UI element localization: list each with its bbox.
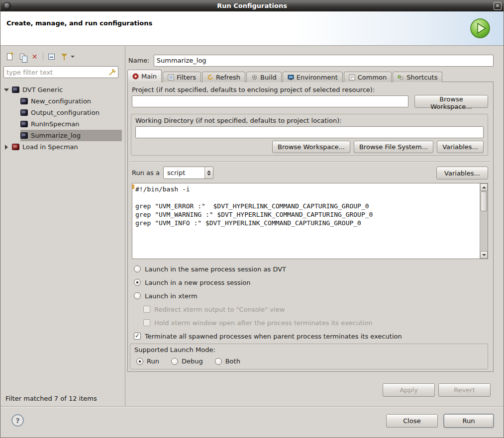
radio-icon[interactable] — [134, 292, 141, 299]
script-variables-button[interactable]: Variables... — [436, 167, 488, 179]
redirect-xterm-output-option: Redirect xterm output to "Console" view — [143, 304, 285, 314]
launch-in-xterm-option[interactable]: Launch in xterm — [134, 291, 198, 301]
run-as-value: script — [164, 169, 204, 176]
checkbox-icon — [143, 319, 150, 326]
shortcuts-tab-icon — [398, 74, 404, 81]
option-label: Debug — [182, 357, 203, 365]
tab-refresh[interactable]: Refresh — [202, 72, 245, 82]
tree-item-summarize-log[interactable]: Summarize_log — [20, 130, 122, 141]
script-scrollbar[interactable] — [480, 183, 488, 259]
run-configurations-dialog: Run Configurations ✕ Create, manage, and… — [0, 0, 504, 438]
duplicate-configuration-button[interactable] — [18, 53, 26, 61]
dialog-footer: ? Close Run — [0, 406, 504, 438]
tab-filters[interactable]: Filters — [163, 72, 201, 82]
help-icon: ? — [15, 417, 19, 425]
filter-menu-chevron-icon[interactable] — [71, 56, 75, 58]
collapse-all-button[interactable] — [47, 53, 56, 61]
main-tab-panel: Project (if not specified, defaults to e… — [127, 82, 494, 372]
tab-bar: Main Filters Refresh Build — [127, 70, 494, 82]
option-label: Launch in the same process session as DV… — [145, 265, 286, 273]
launch-new-session-option[interactable]: Launch in a new process session — [134, 277, 251, 287]
launch-mode-debug-option[interactable]: Debug — [171, 357, 203, 365]
tab-environment[interactable]: Environment — [283, 72, 343, 82]
expander-icon[interactable] — [3, 145, 9, 150]
name-input[interactable] — [154, 55, 494, 67]
combo-spinner[interactable] — [204, 167, 213, 178]
launch-mode-both-option[interactable]: Both — [215, 357, 240, 365]
run-button[interactable]: Run — [444, 414, 494, 428]
terminate-spawned-processes-option[interactable]: ✓ Terminate all spawned processes when p… — [134, 331, 402, 341]
option-label: Launch in xterm — [145, 292, 198, 300]
tree-item-new-configuration[interactable]: New_configuration — [20, 95, 122, 107]
configuration-icon — [20, 132, 28, 139]
wd-browse-workspace-button[interactable]: Browse Workspace... — [272, 141, 350, 153]
radio-icon[interactable] — [134, 265, 141, 272]
tab-build[interactable]: Build — [246, 72, 282, 82]
project-input[interactable] — [132, 95, 408, 107]
tree-item-runinspecman[interactable]: RunInSpecman — [20, 118, 122, 130]
close-icon: ✕ — [496, 3, 500, 8]
sidebar-toolbar: ✕ — [5, 51, 122, 62]
tree-item-output-configuration[interactable]: Output_configuration — [20, 107, 122, 118]
name-label: Name: — [128, 57, 150, 64]
revert-button: Revert — [438, 383, 491, 397]
delete-configuration-button[interactable]: ✕ — [30, 53, 39, 61]
section-separator — [130, 162, 490, 163]
tab-label: Refresh — [216, 74, 240, 81]
window-title: Run Configurations — [0, 2, 504, 9]
tab-main[interactable]: Main — [127, 70, 162, 82]
filters-tab-icon — [168, 74, 174, 81]
checkbox-checked-icon[interactable]: ✓ — [134, 333, 141, 340]
load-in-specman-icon — [12, 144, 19, 150]
tab-label: Main — [141, 73, 157, 80]
wd-browse-file-system-button[interactable]: Browse File System... — [354, 141, 433, 153]
common-tab-icon — [349, 74, 355, 81]
scrollbar-thumb[interactable] — [481, 191, 487, 211]
configuration-icon — [20, 109, 28, 116]
radio-icon[interactable] — [136, 358, 143, 365]
launch-mode-run-option[interactable]: Run — [136, 357, 159, 365]
new-configuration-button[interactable] — [5, 53, 14, 61]
expander-icon[interactable] — [3, 88, 9, 91]
working-directory-input[interactable] — [135, 126, 484, 138]
supported-launch-mode-group: Supported Launch Mode: Run Debug Both — [130, 344, 488, 369]
scroll-down-button[interactable] — [480, 251, 488, 259]
scroll-up-button[interactable] — [480, 183, 488, 191]
option-label: Terminate all spawned processes when par… — [145, 333, 402, 340]
environment-tab-icon — [288, 74, 294, 81]
spin-up-icon — [207, 171, 211, 173]
tree-item-dvt-generic[interactable]: DVT Generic — [3, 84, 122, 95]
tab-shortcuts[interactable]: Shortcuts — [393, 72, 442, 82]
option-label: Redirect xterm output to "Console" view — [154, 306, 285, 313]
new-configuration-icon — [7, 53, 12, 60]
launch-same-session-option[interactable]: Launch in the same process session as DV… — [134, 264, 286, 274]
project-browse-workspace-button[interactable]: Browse Workspace... — [414, 95, 488, 108]
script-content[interactable]: #!/bin/bash -i grep "UVM_ERROR :" $DVT_H… — [135, 185, 477, 257]
working-directory-label: Working Directory (if not specified, def… — [135, 117, 342, 124]
tree-item-load-in-specman[interactable]: Load in Specman — [3, 141, 122, 153]
option-label: Both — [225, 357, 240, 365]
working-directory-group: Working Directory (if not specified, def… — [131, 114, 488, 156]
wd-variables-button[interactable]: Variables... — [437, 141, 484, 153]
radio-icon[interactable] — [171, 358, 178, 365]
tree-item-label: Load in Specman — [22, 143, 78, 151]
script-editor[interactable]: #!/bin/bash -i grep "UVM_ERROR :" $DVT_H… — [132, 183, 488, 259]
close-window-button[interactable]: ✕ — [494, 2, 502, 10]
close-button[interactable]: Close — [386, 414, 438, 428]
filter-input[interactable] — [4, 69, 108, 76]
run-as-combo[interactable]: script — [163, 167, 213, 179]
clear-filter-broom-icon[interactable] — [108, 68, 117, 77]
delete-icon: ✕ — [32, 53, 38, 60]
filter-configurations-button[interactable] — [60, 53, 68, 61]
tab-label: Build — [260, 74, 277, 81]
apply-button: Apply — [383, 383, 435, 397]
tab-common[interactable]: Common — [344, 72, 392, 82]
build-tab-icon — [251, 74, 258, 81]
help-button[interactable]: ? — [11, 414, 24, 427]
launch-mode-label: Supported Launch Mode: — [134, 346, 215, 353]
spin-down-icon — [207, 174, 211, 175]
radio-icon[interactable] — [134, 279, 141, 286]
tree-item-label: DVT Generic — [22, 86, 63, 93]
radio-icon[interactable] — [215, 358, 222, 365]
configuration-icon — [20, 121, 28, 127]
